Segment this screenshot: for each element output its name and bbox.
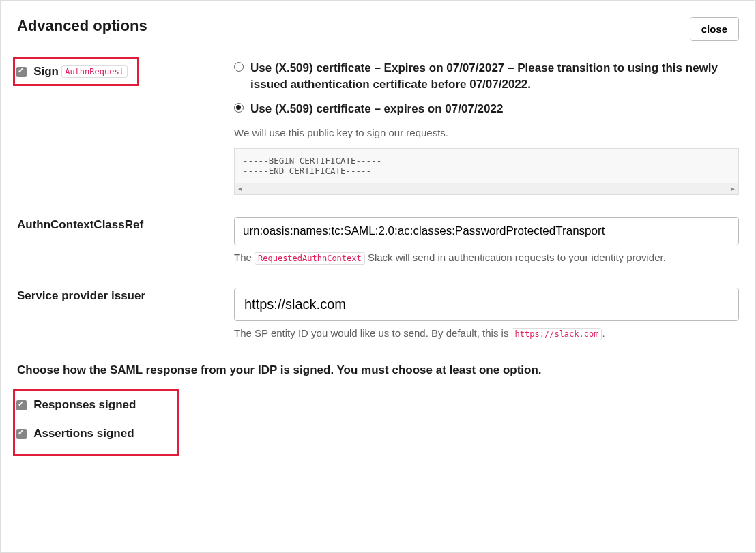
sp-issuer-code: https://slack.com <box>512 328 602 340</box>
cert-radio-0[interactable] <box>234 62 244 72</box>
cert-radio-label-0: Use (X.509) certificate – Expires on 07/… <box>250 60 739 93</box>
authncontext-label: AuthnContextClassRef <box>17 218 143 231</box>
certificate-textarea[interactable]: -----BEGIN CERTIFICATE----- -----END CER… <box>234 148 739 183</box>
advanced-options-panel: Advanced options close Sign AuthnRequest… <box>0 0 756 553</box>
responses-signed-checkbox[interactable] <box>16 400 27 410</box>
scroll-left-icon[interactable]: ◄ <box>235 183 246 194</box>
sign-authnrequest-checkbox[interactable] <box>16 67 27 77</box>
sp-issuer-label-col: Service provider issuer <box>17 288 234 303</box>
requestedauthncontext-code: RequestedAuthnContext <box>255 252 365 265</box>
assertions-signed-label: Assertions signed <box>33 427 134 440</box>
close-button[interactable]: close <box>690 17 739 41</box>
signing-section-text: Choose how the SAML response from your I… <box>17 363 739 377</box>
sign-highlight-box: Sign AuthnRequest <box>13 57 139 86</box>
sp-issuer-label: Service provider issuer <box>17 289 145 302</box>
assertions-signed-row: Assertions signed <box>16 427 136 440</box>
cert-radio-row-0: Use (X.509) certificate – Expires on 07/… <box>234 60 739 93</box>
sp-issuer-help-post: . <box>602 327 605 339</box>
sp-issuer-row: Service provider issuer The SP entity ID… <box>17 288 739 342</box>
sign-label-col: Sign AuthnRequest <box>17 60 234 86</box>
sign-helper: We will use this public key to sign our … <box>234 125 739 141</box>
cert-radio-row-1: Use (X.509) certificate – expires on 07/… <box>234 101 739 117</box>
authncontext-content: The RequestedAuthnContext Slack will sen… <box>234 217 739 266</box>
cert-radio-1[interactable] <box>234 103 244 113</box>
authnrequest-code: AuthnRequest <box>61 65 128 78</box>
authncontext-label-col: AuthnContextClassRef <box>17 217 234 232</box>
panel-title: Advanced options <box>17 17 147 35</box>
sign-label: Sign <box>33 65 59 78</box>
authncontext-input[interactable] <box>234 217 739 245</box>
sp-issuer-content: The SP entity ID you would like us to se… <box>234 288 739 342</box>
cert-radio-label-1: Use (X.509) certificate – expires on 07/… <box>250 101 503 117</box>
authncontext-helper: The RequestedAuthnContext Slack will sen… <box>234 250 739 266</box>
sign-authnrequest-row: Sign AuthnRequest Use (X.509) certificat… <box>17 60 739 195</box>
sp-issuer-help-pre: The SP entity ID you would like us to se… <box>234 327 512 339</box>
header-row: Advanced options close <box>17 17 739 41</box>
sp-issuer-input[interactable] <box>234 288 739 321</box>
scroll-right-icon[interactable]: ► <box>727 183 738 194</box>
authncontext-help-post: Slack will send in authentication reques… <box>365 252 666 263</box>
signing-highlight-box: Responses signed Assertions signed <box>13 389 179 456</box>
assertions-signed-checkbox[interactable] <box>16 429 27 439</box>
sign-content: Use (X.509) certificate – Expires on 07/… <box>234 60 739 195</box>
responses-signed-row: Responses signed <box>16 398 136 412</box>
cert-scrollbar[interactable]: ◄ ► <box>234 183 739 195</box>
responses-signed-label: Responses signed <box>33 398 136 411</box>
authncontext-row: AuthnContextClassRef The RequestedAuthnC… <box>17 217 739 266</box>
authncontext-help-pre: The <box>234 252 255 263</box>
sp-issuer-helper: The SP entity ID you would like us to se… <box>234 325 739 342</box>
